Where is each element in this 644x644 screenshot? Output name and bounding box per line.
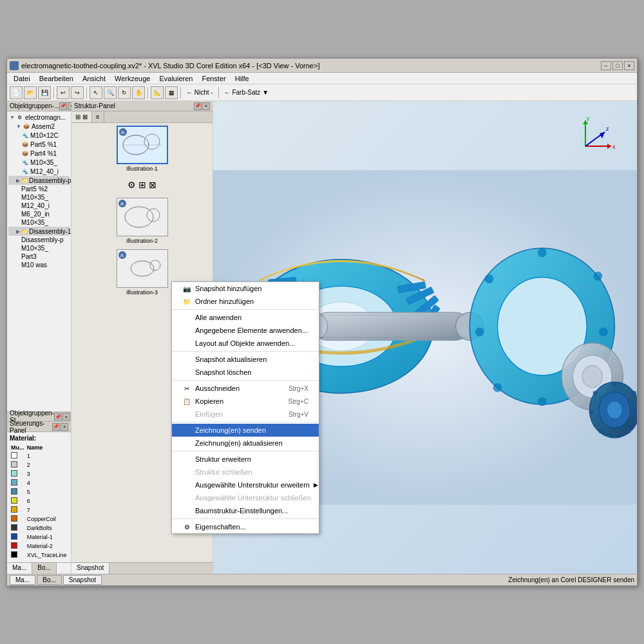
tree-root[interactable]: ▼ ⚙ electromagn... xyxy=(8,113,70,122)
ctx-ordner-hinzufuegen[interactable]: 📁 Ordner hinzufügen xyxy=(172,295,319,308)
ctx-expand-icon xyxy=(182,455,191,464)
title-bar-left: electromagnetic-toothed-coupling.xv2* - … xyxy=(10,61,319,70)
tab-bo[interactable]: Bo... xyxy=(32,563,57,574)
tool-save[interactable]: 💾 xyxy=(38,86,51,99)
menu-werkzeuge[interactable]: Werkzeuge xyxy=(111,74,154,83)
snapshot-item-1[interactable]: A Illustration-1 xyxy=(74,126,210,172)
struct-tab-list[interactable]: ≡ xyxy=(92,111,104,122)
material-row-1[interactable]: 1 xyxy=(10,451,68,460)
material-row-dark[interactable]: DarkBolts xyxy=(10,524,68,533)
material-row-7[interactable]: 7 xyxy=(10,506,68,515)
material-row-3[interactable]: 3 xyxy=(10,469,68,478)
tree-disassembly-p-toggle[interactable]: ▶ xyxy=(16,178,20,184)
maximize-button[interactable]: □ xyxy=(612,61,623,70)
struct-tab-icons[interactable]: ⊞ ⊠ xyxy=(71,111,92,122)
tree-part5-1[interactable]: 📦 Part5 %1 xyxy=(8,140,70,149)
material-row-copper[interactable]: CopperCoil xyxy=(10,515,68,524)
steuer-close[interactable]: × xyxy=(61,423,68,431)
menu-fenster[interactable]: Fenster xyxy=(198,74,229,83)
tool-open[interactable]: 📂 xyxy=(24,86,37,99)
ctx-baumstruktur[interactable]: Baumstruktur-Einstellungen... xyxy=(172,504,319,517)
tree-assem2-toggle[interactable]: ▼ xyxy=(16,124,21,129)
struct-close[interactable]: × xyxy=(202,102,210,110)
tree-m10x35-3[interactable]: M10×35_ xyxy=(8,218,70,227)
objekt-sub-close[interactable]: × xyxy=(62,413,70,421)
ctx-send-label: Zeichnung(en) senden xyxy=(195,426,266,434)
ctx-alle-anwenden[interactable]: Alle anwenden xyxy=(172,311,319,324)
tree-m10x35-2[interactable]: M10×35_ xyxy=(8,193,70,202)
tool-rotate[interactable]: ↻ xyxy=(118,86,131,99)
tree-m10x35-1[interactable]: 🔩 M10×35_ xyxy=(8,158,70,167)
swatch-mat1 xyxy=(11,533,17,540)
context-menu: 📷 Snapshot hinzufügen 📁 Ordner hinzufüge… xyxy=(171,281,319,534)
ctx-layout[interactable]: Layout auf Objekte anwenden... xyxy=(172,337,319,350)
material-row-6[interactable]: 6 xyxy=(10,497,68,506)
svg-point-31 xyxy=(599,327,608,336)
snap-label-3: Illustration-3 xyxy=(126,289,158,296)
tree-assem2[interactable]: ▼ 📦 Assem2 xyxy=(8,122,70,131)
tool-zoom[interactable]: 🔍 xyxy=(104,86,117,99)
tree-disassembly-1-label: Disassembly-1 xyxy=(29,228,71,235)
material-row-4[interactable]: 4 xyxy=(10,478,68,488)
ctx-zeichnung-senden[interactable]: Zeichnung(en) senden xyxy=(172,424,319,437)
tree-part4[interactable]: 📦 Part4 %1 xyxy=(8,149,70,158)
tab-ma[interactable]: Ma... xyxy=(7,563,32,574)
tool-measure[interactable]: 📐 xyxy=(151,86,164,99)
close-button[interactable]: × xyxy=(624,61,634,70)
farb-label[interactable]: ← Farb-Satz ▼ xyxy=(222,89,271,96)
tool-undo[interactable]: ↩ xyxy=(57,86,70,99)
status-tab-snapshot[interactable]: Snapshot xyxy=(63,575,102,585)
ctx-zeichnung-aktualisieren[interactable]: Zeichnung(en) aktualisieren xyxy=(172,437,319,450)
ctx-snapshot-loeschen[interactable]: Snapshot löschen xyxy=(172,366,319,379)
steuer-pin[interactable]: 📌 xyxy=(52,423,60,431)
status-tab-ma[interactable]: Ma... xyxy=(10,575,35,585)
tree-m6-20[interactable]: M6_20_in xyxy=(8,210,70,218)
tool-section[interactable]: ▦ xyxy=(165,86,178,99)
menu-datei[interactable]: Datei xyxy=(10,74,34,83)
struct-pin[interactable]: 📌 xyxy=(194,102,202,110)
svg-text:x: x xyxy=(612,144,616,150)
tool-select[interactable]: ↖ xyxy=(90,86,102,99)
status-tab-bo[interactable]: Bo... xyxy=(37,575,62,585)
tree-m10x35-1-label: M10×35_ xyxy=(30,159,57,166)
ctx-snapshot-icon: 📷 xyxy=(182,284,191,293)
ctx-angegebene[interactable]: Angegebene Elemente anwenden... xyxy=(172,324,319,337)
snapshot-item-2[interactable]: A Illustration-2 xyxy=(74,198,210,244)
objekt-sub-pin[interactable]: 📌 xyxy=(54,413,62,421)
tree-disassembly-1[interactable]: ▶ 📁 Disassembly-1 xyxy=(8,227,70,236)
tree-part3[interactable]: Part3 xyxy=(8,252,70,261)
tree-disassembly-p[interactable]: ▶ 📁 Disassembly-p xyxy=(8,176,70,185)
menu-evaluieren[interactable]: Evaluieren xyxy=(155,74,196,83)
material-row-mat1[interactable]: Material-1 xyxy=(10,533,68,542)
tree-m10x12c[interactable]: 🔩 M10×12C xyxy=(8,131,70,140)
ctx-ausschneiden[interactable]: ✂ Ausschneiden Strg+X xyxy=(172,382,319,395)
ctx-snapshot-hinzufuegen[interactable]: 📷 Snapshot hinzufügen xyxy=(172,282,319,295)
tool-pan[interactable]: ✋ xyxy=(132,86,145,99)
tab-snapshot[interactable]: Snapshot xyxy=(71,563,109,574)
menu-hilfe[interactable]: Hilfe xyxy=(231,74,253,83)
material-row-5[interactable]: 5 xyxy=(10,488,68,497)
tool-new[interactable]: 📄 xyxy=(10,86,23,99)
tree-part5-2[interactable]: Part5 %2 xyxy=(8,185,70,193)
tree-root-icon: ⚙ xyxy=(16,113,24,121)
tree-m12-40-2[interactable]: M12_40_i xyxy=(8,202,70,210)
tree-root-toggle[interactable]: ▼ xyxy=(10,115,15,120)
material-row-xvl[interactable]: XVL_TraceLine xyxy=(10,551,68,560)
tree-m10-was-1[interactable]: M10×35_ xyxy=(8,244,70,252)
objekt-pin-btn[interactable]: 📌 xyxy=(59,102,67,110)
ctx-struktur-erweitern[interactable]: Struktur erweitern xyxy=(172,453,319,466)
material-row-2[interactable]: 2 xyxy=(10,460,68,469)
ctx-eigenschaften[interactable]: ⚙ Eigenschaften... xyxy=(172,520,319,533)
ctx-kopieren[interactable]: 📋 Kopieren Strg+C xyxy=(172,395,319,408)
tool-redo[interactable]: ↪ xyxy=(71,86,84,99)
object-tree: ▼ ⚙ electromagn... ▼ 📦 Assem2 🔩 M10×12C xyxy=(7,111,71,412)
tree-m12-40[interactable]: 🔩 M12_40_i xyxy=(8,167,70,176)
ctx-snapshot-aktualisieren[interactable]: Snapshot aktualisieren xyxy=(172,353,319,366)
tree-m10x35-4[interactable]: Disassembly-p xyxy=(8,236,70,244)
menu-bearbeiten[interactable]: Bearbeiten xyxy=(35,74,77,83)
minimize-button[interactable]: − xyxy=(601,61,611,70)
ctx-unterstruktur-erweitern[interactable]: Ausgewählte Unterstruktur erweitern ▶ xyxy=(172,478,319,491)
material-row-mat2[interactable]: Material-2 xyxy=(10,542,68,551)
tree-m10-was-2[interactable]: M10 was xyxy=(8,261,70,269)
menu-ansicht[interactable]: Ansicht xyxy=(79,74,109,83)
